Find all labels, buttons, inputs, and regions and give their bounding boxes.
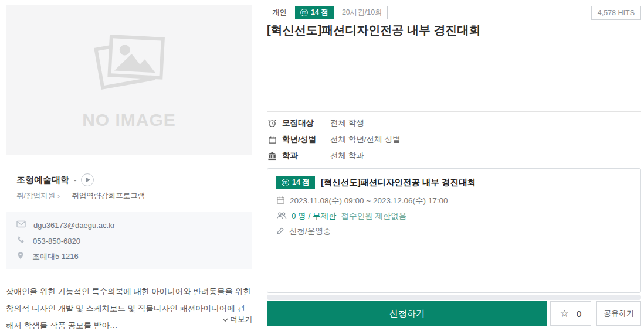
- divider: [6, 278, 252, 278]
- session-points-label: 14 점: [292, 178, 310, 187]
- badge-row: 개인 m 14 점 20시간/10회: [267, 6, 388, 19]
- detail-value: 전체 학년/전체 성별: [330, 134, 400, 145]
- play-icon: [86, 178, 90, 182]
- bank-icon: [267, 152, 277, 161]
- hours-badge: 20시간/10회: [337, 6, 388, 19]
- pen-icon: [276, 227, 284, 237]
- horizontal-scrollbar[interactable]: [267, 295, 641, 300]
- mileage-icon: m: [282, 179, 289, 186]
- play-button[interactable]: [81, 173, 94, 186]
- contact-phone: 053-850-6820: [33, 237, 80, 245]
- more-label: 더보기: [231, 315, 253, 323]
- divider: [267, 111, 641, 112]
- hits-counter: 4,578 HITS: [591, 6, 641, 20]
- session-card[interactable]: m 14 점 [혁신선도]패션디자인전공 내부 경진대회 2023.11.08(…: [267, 168, 641, 293]
- program-detail-page: NO IMAGE 조형예술대학 - 취/창업지원 › 취업역량강화프로그램 dg…: [0, 0, 644, 331]
- photo-placeholder-icon: [90, 29, 168, 96]
- detail-label: 모집대상: [282, 118, 330, 128]
- session-date-row: 2023.11.08(수) 09:00 ~ 2023.12.06(수) 17:0…: [276, 193, 632, 209]
- organization-name: 조형예술대학: [16, 175, 69, 186]
- contact-phone-row: 053-850-6820: [16, 236, 242, 246]
- contact-location: 조예대5 1216: [32, 251, 79, 262]
- detail-list: 모집대상 전체 학생 학년/성별 전체 학년/전체 성별: [267, 115, 641, 164]
- session-capacity-row: 0 명 / 무제한 접수인원 제한없음: [276, 209, 632, 224]
- apply-button[interactable]: 신청하기: [267, 301, 547, 326]
- no-image-label: NO IMAGE: [82, 110, 176, 130]
- detail-value: 전체 학생: [330, 118, 364, 128]
- type-badge: 개인: [267, 6, 292, 19]
- page-title: [혁신선도]패션디자인전공 내부 경진대회: [267, 22, 584, 38]
- alarm-clock-icon: [267, 118, 277, 128]
- breadcrumb: 취/창업지원 › 취업역량강화프로그램: [16, 191, 242, 201]
- breadcrumb-category: 취/창업지원: [16, 191, 55, 201]
- favorite-count: 0: [577, 309, 581, 319]
- points-badge: m 14 점: [295, 6, 334, 19]
- contact-email-row: dgu36173@daegu.ac.kr: [16, 220, 242, 230]
- session-title: [혁신선도]패션디자인전공 내부 경진대회: [321, 177, 476, 188]
- calendar-icon: [276, 196, 285, 206]
- breadcrumb-program: 취업역량강화프로그램: [72, 191, 145, 201]
- dash-separator: -: [74, 176, 76, 185]
- detail-row-grade-gender: 학년/성별 전체 학년/전체 성별: [267, 131, 641, 148]
- phone-icon: [16, 236, 25, 247]
- map-pin-icon: [16, 251, 25, 262]
- envelope-icon: [16, 220, 26, 230]
- favorite-button[interactable]: ☆ 0: [550, 301, 591, 326]
- more-button[interactable]: 더보기: [6, 315, 252, 325]
- detail-label: 학년/성별: [282, 134, 330, 145]
- points-badge-label: 14 점: [311, 8, 328, 18]
- detail-row-target: 모집대상 전체 학생: [267, 115, 641, 131]
- session-capacity-note: 접수인원 제한없음: [341, 211, 407, 221]
- chevron-down-icon: [222, 318, 228, 322]
- session-points-badge: m 14 점: [276, 176, 315, 189]
- session-status-row: 신청/운영중: [276, 224, 632, 239]
- detail-row-department: 학과 전체 학과: [267, 148, 641, 164]
- share-button[interactable]: 공유하기: [596, 301, 641, 326]
- session-date: 2023.11.08(수) 09:00 ~ 2023.12.06(수) 17:0…: [290, 196, 448, 206]
- detail-label: 학과: [282, 151, 330, 161]
- calendar-icon: [267, 135, 277, 144]
- star-icon: ☆: [560, 309, 569, 319]
- people-icon: [276, 211, 287, 221]
- contact-email: dgu36173@daegu.ac.kr: [33, 221, 115, 230]
- session-status: 신청/운영중: [289, 226, 331, 237]
- no-image-placeholder: NO IMAGE: [6, 5, 252, 155]
- organization-card: 조형예술대학 - 취/창업지원 › 취업역량강화프로그램: [6, 166, 252, 209]
- mileage-icon: m: [300, 9, 308, 16]
- session-capacity: 0 명 / 무제한: [292, 211, 337, 221]
- contact-card: dgu36173@daegu.ac.kr 053-850-6820 조예대5 1…: [6, 212, 252, 269]
- chevron-right-icon: ›: [57, 192, 60, 200]
- detail-value: 전체 학과: [330, 151, 364, 161]
- contact-location-row: 조예대5 1216: [16, 251, 242, 262]
